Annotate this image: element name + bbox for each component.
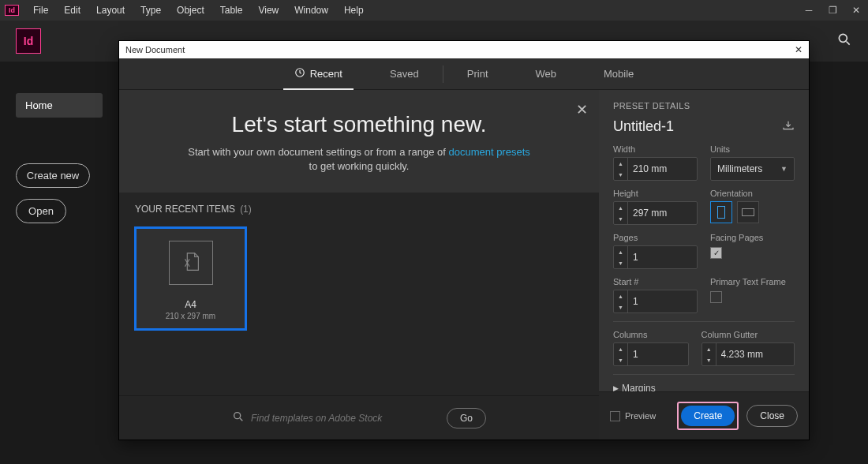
menu-object[interactable]: Object: [169, 0, 212, 21]
preset-card-a4[interactable]: A4 210 x 297 mm: [135, 227, 246, 330]
orientation-portrait[interactable]: [710, 201, 732, 223]
menu-type[interactable]: Type: [133, 0, 169, 21]
width-stepper[interactable]: ▲▼: [613, 157, 698, 181]
menubar: Id File Edit Layout Type Object Table Vi…: [0, 0, 868, 21]
step-down-icon[interactable]: ▼: [614, 169, 627, 180]
menu-layout[interactable]: Layout: [88, 0, 133, 21]
step-up-icon[interactable]: ▲: [614, 290, 627, 301]
preset-details-header: PRESET DETAILS: [613, 101, 795, 110]
search-icon[interactable]: [836, 32, 852, 51]
orientation-label: Orientation: [710, 189, 795, 198]
tutorial-highlight: Create: [677, 402, 739, 430]
step-down-icon[interactable]: ▼: [614, 257, 627, 268]
dialog-footer: Preview Create Close: [599, 391, 809, 440]
height-stepper[interactable]: ▲▼: [613, 201, 698, 225]
pages-input[interactable]: [628, 246, 697, 268]
preview-label: Preview: [625, 411, 656, 421]
step-down-icon[interactable]: ▼: [614, 354, 627, 365]
columns-stepper[interactable]: ▲▼: [613, 342, 689, 366]
tab-web[interactable]: Web: [512, 58, 581, 90]
menu-help[interactable]: Help: [336, 0, 372, 21]
tab-label: Print: [467, 68, 488, 80]
close-icon[interactable]: ✕: [844, 0, 868, 21]
open-button[interactable]: Open: [16, 199, 66, 223]
preview-checkbox[interactable]: [610, 411, 620, 421]
recent-count: (1): [240, 204, 252, 215]
step-down-icon[interactable]: ▼: [702, 354, 716, 365]
stock-search-input[interactable]: [251, 413, 437, 424]
step-up-icon[interactable]: ▲: [614, 158, 627, 169]
facing-pages-checkbox[interactable]: ✓: [710, 247, 722, 259]
chevron-down-icon: ▼: [780, 165, 788, 173]
search-icon: [232, 410, 245, 426]
svg-point-0: [839, 34, 847, 42]
create-new-button[interactable]: Create new: [16, 163, 90, 188]
units-label: Units: [710, 144, 795, 154]
hero-close-icon[interactable]: ✕: [576, 101, 588, 118]
hero-text: Start with your own document settings or…: [188, 146, 448, 158]
dialog-title: New Document: [125, 45, 185, 54]
preset-name-field[interactable]: Untitled-1: [613, 118, 782, 135]
width-input[interactable]: [628, 158, 697, 180]
start-label: Start #: [613, 277, 698, 286]
tab-label: Saved: [390, 68, 419, 80]
orientation-landscape[interactable]: [737, 201, 759, 223]
gutter-stepper[interactable]: ▲▼: [702, 342, 795, 366]
facing-pages-label: Facing Pages: [710, 233, 795, 242]
chevron-right-icon: ▶: [613, 384, 619, 391]
dialog-titlebar: New Document ✕: [119, 41, 809, 58]
stock-go-button[interactable]: Go: [447, 408, 486, 428]
step-down-icon[interactable]: ▼: [614, 301, 627, 312]
step-up-icon[interactable]: ▲: [702, 343, 716, 354]
divider: [613, 374, 795, 375]
save-preset-icon[interactable]: [782, 120, 795, 133]
units-select[interactable]: Millimeters ▼: [710, 157, 795, 181]
start-input[interactable]: [628, 290, 697, 312]
dialog-titlebar-close-icon[interactable]: ✕: [795, 44, 803, 55]
tab-label: Recent: [310, 68, 342, 80]
svg-point-3: [234, 412, 241, 418]
app-badge-icon: Id: [5, 5, 19, 16]
step-up-icon[interactable]: ▲: [614, 202, 627, 213]
menu-window[interactable]: Window: [286, 0, 336, 21]
pages-stepper[interactable]: ▲▼: [613, 245, 698, 269]
tab-print[interactable]: Print: [443, 58, 512, 90]
recent-header: YOUR RECENT ITEMS (1): [119, 193, 599, 223]
menu-edit[interactable]: Edit: [56, 0, 88, 21]
hero-text-2: to get working quickly.: [309, 160, 410, 172]
tab-recent[interactable]: Recent: [271, 58, 366, 90]
clock-icon: [294, 67, 305, 80]
menu-table[interactable]: Table: [212, 0, 251, 21]
step-down-icon[interactable]: ▼: [614, 213, 627, 224]
app-logo-icon: Id: [16, 28, 41, 54]
margins-label: Margins: [622, 383, 656, 391]
hero-heading: Let's start something new.: [135, 112, 583, 137]
restore-icon[interactable]: ❐: [821, 0, 844, 21]
page-preset-icon: [169, 241, 213, 285]
height-input[interactable]: [628, 202, 697, 224]
close-button[interactable]: Close: [746, 405, 798, 427]
gutter-input[interactable]: [716, 343, 794, 365]
dialog-left: ✕ Let's start something new. Start with …: [119, 90, 599, 440]
tab-saved[interactable]: Saved: [366, 58, 443, 90]
columns-input[interactable]: [628, 343, 688, 365]
gutter-label: Column Gutter: [702, 330, 795, 339]
start-stepper[interactable]: ▲▼: [613, 290, 698, 313]
menu-view[interactable]: View: [250, 0, 286, 21]
preset-dims: 210 x 297 mm: [166, 312, 215, 320]
tab-mobile[interactable]: Mobile: [580, 58, 657, 90]
create-button[interactable]: Create: [681, 406, 735, 426]
new-document-dialog: New Document ✕ Recent Saved Print Web Mo…: [118, 40, 810, 440]
margins-expander[interactable]: ▶ Margins: [613, 383, 795, 391]
primary-text-frame-checkbox[interactable]: [710, 291, 722, 303]
menu-file[interactable]: File: [25, 0, 56, 21]
minimize-icon[interactable]: ─: [797, 0, 821, 21]
step-up-icon[interactable]: ▲: [614, 246, 627, 257]
pages-label: Pages: [613, 233, 698, 242]
preset-name: A4: [185, 299, 196, 310]
columns-label: Columns: [613, 330, 689, 339]
nav-home[interactable]: Home: [16, 93, 103, 118]
units-value: Millimeters: [717, 163, 762, 174]
step-up-icon[interactable]: ▲: [614, 343, 627, 354]
document-presets-link[interactable]: document presets: [448, 146, 529, 158]
